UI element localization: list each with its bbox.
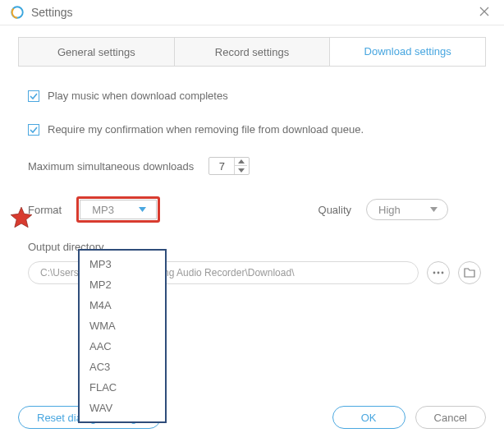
titlebar: Settings [0,0,504,25]
label-format: Format [28,204,62,216]
format-dropdown: MP3 MP2 M4A WMA AAC AC3 FLAC WAV [78,249,167,423]
format-option[interactable]: MP2 [80,274,165,295]
star-highlight-icon [10,206,33,229]
label-play-on-complete: Play music when download completes [48,90,228,102]
format-option[interactable]: AAC [80,336,165,357]
chevron-up-icon [238,159,245,163]
folder-icon [464,268,475,278]
svg-point-2 [438,272,440,274]
cancel-button[interactable]: Cancel [415,406,486,429]
select-quality[interactable]: High [366,199,448,220]
select-format-value: MP3 [92,204,114,216]
chevron-down-icon [139,207,146,212]
check-icon [30,126,38,134]
browse-button[interactable] [427,261,450,284]
select-quality-value: High [378,204,401,216]
row-format-quality: Format MP3 Quality High [23,196,481,223]
input-max-downloads[interactable] [209,159,234,173]
format-option[interactable]: AC3 [80,357,165,377]
format-option[interactable]: WAV [80,398,165,418]
tabs: General settings Record settings Downloa… [18,37,486,67]
spinner-down[interactable] [235,166,247,174]
tab-general[interactable]: General settings [19,38,175,66]
format-option[interactable]: FLAC [80,377,165,398]
format-option[interactable]: MP3 [80,254,165,274]
chevron-down-icon [430,207,438,212]
row-play-on-complete: Play music when download completes [23,90,481,102]
window-title: Settings [31,6,474,19]
close-icon [479,7,489,16]
format-option[interactable]: WMA [80,315,165,336]
tab-download[interactable]: Download settings [330,38,485,66]
ellipsis-icon [433,271,444,274]
open-folder-button[interactable] [458,261,481,284]
chevron-down-icon [238,168,245,173]
svg-point-3 [442,272,444,274]
ok-button[interactable]: OK [332,406,405,429]
content: General settings Record settings Downloa… [0,25,504,284]
row-confirm-remove: Require my confirmation when removing fi… [23,123,481,136]
checkbox-confirm-remove[interactable] [28,124,39,136]
svg-point-1 [433,272,436,274]
close-button[interactable] [474,5,494,20]
highlight-format: MP3 [76,196,160,223]
tab-record[interactable]: Record settings [175,38,331,66]
row-max-downloads: Maximum simultaneous downloads [28,157,481,175]
label-max-downloads: Maximum simultaneous downloads [28,160,194,173]
label-confirm-remove: Require my confirmation when removing fi… [48,123,364,136]
spinner-max-downloads[interactable] [208,157,250,175]
select-format[interactable]: MP3 [80,200,157,219]
check-icon [30,92,38,100]
app-logo-icon [10,5,25,20]
label-quality: Quality [318,204,351,216]
format-option[interactable]: M4A [80,295,165,315]
spinner-up[interactable] [235,158,247,166]
checkbox-play-on-complete[interactable] [28,90,39,102]
